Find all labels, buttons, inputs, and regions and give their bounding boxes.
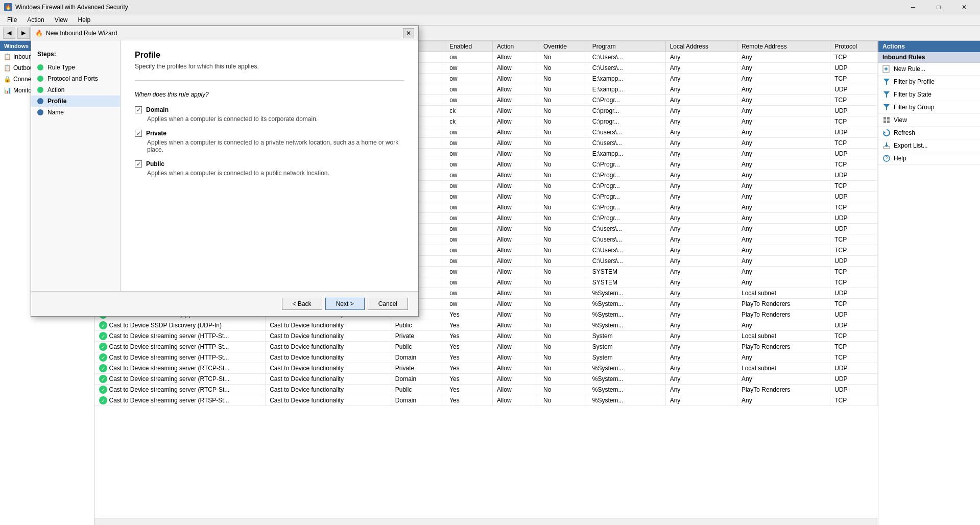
row-override: No xyxy=(539,181,588,192)
col-enabled[interactable]: Enabled xyxy=(445,41,493,52)
row-local-address: Any xyxy=(665,170,737,181)
row-status-icon: ✓ xyxy=(99,386,107,394)
row-program: %System... xyxy=(588,288,665,299)
export-action[interactable]: Export List... xyxy=(878,139,980,152)
table-row[interactable]: ✓Cast to Device streaming server (HTTP-S… xyxy=(95,342,878,352)
row-enabled: ow xyxy=(445,288,493,299)
col-override[interactable]: Override xyxy=(539,41,588,52)
row-name: Cast to Device streaming server (RTSP-St… xyxy=(109,397,229,404)
row-enabled: ow xyxy=(445,159,493,170)
menu-help[interactable]: Help xyxy=(73,15,96,25)
row-action: Allow xyxy=(492,299,539,309)
row-local-address: Any xyxy=(665,342,737,352)
row-name: Cast to Device streaming server (HTTP-St… xyxy=(109,332,229,340)
table-row[interactable]: ✓Cast to Device streaming server (HTTP-S… xyxy=(95,352,878,363)
refresh-icon xyxy=(882,129,891,137)
row-local-address: Any xyxy=(665,192,737,202)
row-remote-address: Any xyxy=(737,52,830,63)
table-row[interactable]: ✓Cast to Device streaming server (RTCP-S… xyxy=(95,385,878,395)
wizard-step-ruletype[interactable]: Rule Type xyxy=(31,62,120,73)
row-name: Cast to Device streaming server (RTCP-St… xyxy=(109,365,230,372)
wizard-option-public: Public Applies when a computer is connec… xyxy=(135,160,404,177)
row-status-icon: ✓ xyxy=(99,396,107,404)
row-protocol: UDP xyxy=(830,170,878,181)
back-button[interactable]: < Back xyxy=(282,298,322,310)
row-remote-address: Any xyxy=(737,149,830,159)
row-enabled: ow xyxy=(445,170,493,181)
row-enabled: ow xyxy=(445,149,493,159)
menu-action[interactable]: Action xyxy=(22,15,49,25)
row-local-address: Any xyxy=(665,320,737,331)
wizard-steps-panel: Steps: Rule Type Protocol and Ports Acti… xyxy=(31,40,121,291)
table-row[interactable]: ✓Cast to Device SSDP Discovery (UDP-In)C… xyxy=(95,320,878,331)
row-enabled: Yes xyxy=(445,342,493,352)
row-program: C:\users\... xyxy=(588,224,665,234)
private-checkbox[interactable] xyxy=(135,130,142,137)
menu-view[interactable]: View xyxy=(50,15,73,25)
table-row[interactable]: ✓Cast to Device streaming server (RTCP-S… xyxy=(95,374,878,385)
forward-button[interactable]: ▶ xyxy=(17,28,30,39)
row-profile: Private xyxy=(391,331,445,342)
row-local-address: Any xyxy=(665,288,737,299)
wizard-step-action[interactable]: Action xyxy=(31,84,120,96)
domain-desc: Applies when a computer is connected to … xyxy=(147,115,404,123)
export-icon xyxy=(882,141,891,150)
public-checkbox[interactable] xyxy=(135,160,142,168)
row-status-icon: ✓ xyxy=(99,375,107,383)
row-local-address: Any xyxy=(665,213,737,224)
minimize-button[interactable]: ─ xyxy=(901,0,925,14)
domain-checkbox[interactable] xyxy=(135,106,142,113)
connection-security-icon: 🔒 xyxy=(3,75,11,83)
wizard-step-profile[interactable]: Profile xyxy=(31,96,120,107)
row-action: Allow xyxy=(492,256,539,267)
table-row[interactable]: ✓Cast to Device streaming server (RTCP-S… xyxy=(95,363,878,374)
step-bullet-ports xyxy=(37,76,43,82)
maximize-button[interactable]: □ xyxy=(927,0,950,14)
horizontal-scrollbar[interactable] xyxy=(94,518,878,525)
filter-group-action[interactable]: Filter by Group xyxy=(878,101,980,114)
row-remote-address: Any xyxy=(737,245,830,256)
menu-file[interactable]: File xyxy=(2,15,22,25)
row-protocol: UDP xyxy=(830,224,878,234)
back-button[interactable]: ◀ xyxy=(3,28,15,39)
table-row[interactable]: ✓Cast to Device streaming server (RTSP-S… xyxy=(95,395,878,406)
row-action: Allow xyxy=(492,170,539,181)
wizard-icon: 🔥 xyxy=(35,30,43,37)
cancel-button[interactable]: Cancel xyxy=(368,298,408,310)
row-status-icon: ✓ xyxy=(99,321,107,329)
row-program: System xyxy=(588,352,665,363)
row-enabled: Yes xyxy=(445,374,493,385)
col-action[interactable]: Action xyxy=(492,41,539,52)
filter-profile-action[interactable]: Filter by Profile xyxy=(878,76,980,88)
wizard-step-ports[interactable]: Protocol and Ports xyxy=(31,73,120,84)
help-action[interactable]: ? Help xyxy=(878,152,980,165)
wizard-close-button[interactable]: ✕ xyxy=(403,28,414,38)
col-program[interactable]: Program xyxy=(588,41,665,52)
row-override: No xyxy=(539,224,588,234)
wizard-step-label-name: Name xyxy=(47,109,64,116)
filter-state-action[interactable]: Filter by State xyxy=(878,88,980,101)
row-action: Allow xyxy=(492,138,539,149)
row-program: C:\Users\... xyxy=(588,245,665,256)
view-action[interactable]: View xyxy=(878,114,980,127)
row-remote-address: PlayTo Renderers xyxy=(737,342,830,352)
new-rule-action[interactable]: New Rule... xyxy=(878,63,980,76)
refresh-action[interactable]: Refresh xyxy=(878,127,980,139)
table-row[interactable]: ✓Cast to Device streaming server (HTTP-S… xyxy=(95,331,878,342)
wizard-title-bar: 🔥 New Inbound Rule Wizard ✕ xyxy=(31,26,418,40)
close-button[interactable]: ✕ xyxy=(952,0,976,14)
row-action: Allow xyxy=(492,181,539,192)
col-local[interactable]: Local Address xyxy=(665,41,737,52)
wizard-step-name[interactable]: Name xyxy=(31,107,120,118)
actions-header: Actions xyxy=(878,41,980,52)
row-remote-address: Any xyxy=(737,116,830,127)
row-remote-address: Any xyxy=(737,127,830,138)
row-enabled: Yes xyxy=(445,309,493,320)
row-action: Allow xyxy=(492,320,539,331)
row-override: No xyxy=(539,127,588,138)
col-protocol[interactable]: Protocol xyxy=(830,41,878,52)
row-protocol: UDP xyxy=(830,385,878,395)
col-remote[interactable]: Remote Address xyxy=(737,41,830,52)
row-local-address: Any xyxy=(665,267,737,277)
next-button[interactable]: Next > xyxy=(325,298,365,310)
